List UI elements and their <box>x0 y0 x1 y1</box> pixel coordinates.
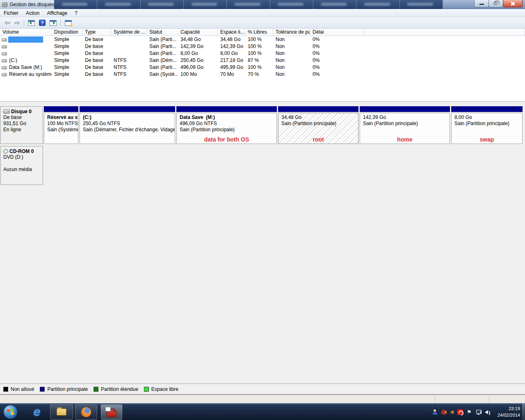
background-browser-tab <box>356 0 399 9</box>
restore-button[interactable] <box>488 0 503 7</box>
cell-capacite: 100 Mo <box>178 71 218 78</box>
col-header-disposition[interactable]: Disposition <box>52 29 82 36</box>
cd-icon <box>3 149 8 154</box>
legend-swatch-unallocated <box>3 387 8 392</box>
table-row[interactable]: Réservé au système Simple De base NTFS S… <box>0 71 525 78</box>
tray-antivirus-icon[interactable] <box>457 409 463 415</box>
cell-capacite: 496,09 Go <box>178 64 218 71</box>
partition-data-save[interactable]: Data Save (M:) 496,09 Go NTFS Sain (Part… <box>176 106 277 144</box>
cell-capacite: 142,39 Go <box>178 43 218 50</box>
internet-explorer-icon[interactable]: e <box>30 404 44 419</box>
tray-user-agent-icon[interactable] <box>432 409 438 415</box>
col-header-capacite[interactable]: Capacité <box>178 29 218 36</box>
menu-bar: Fichier Action Affichage ? <box>0 9 525 17</box>
menu-help[interactable]: ? <box>71 9 81 17</box>
cell-tolerance: Non <box>273 64 310 71</box>
background-browser-tab <box>313 0 356 9</box>
firefox-icon <box>81 407 91 417</box>
col-header-type[interactable]: Type <box>82 29 111 36</box>
background-browser-tab <box>400 0 443 9</box>
cell-disposition: Simple <box>52 57 82 64</box>
menu-fichier[interactable]: Fichier <box>0 9 22 17</box>
cell-filesystem <box>111 50 147 57</box>
volume-speaker-icon[interactable] <box>485 410 488 414</box>
cell-tolerance: Non <box>273 43 310 50</box>
cell-pct-libres: 70 % <box>245 71 273 78</box>
background-window-statusbar <box>0 395 525 403</box>
table-row[interactable]: Data Save (M:) Simple De base NTFS Sain … <box>0 64 525 71</box>
background-browser-tabs <box>54 0 443 9</box>
table-row[interactable]: Simple De base Sain (Parti... 142,39 Go … <box>0 43 525 50</box>
cell-filesystem: NTFS <box>111 57 147 64</box>
taskbar-button-firefox[interactable] <box>75 404 97 420</box>
taskbar-button-explorer[interactable] <box>50 404 73 420</box>
menu-action[interactable]: Action <box>22 9 43 17</box>
cell-tolerance: Non <box>273 71 310 78</box>
col-header-pct-libres[interactable]: % Libres <box>245 29 273 36</box>
help-button[interactable]: ? <box>39 20 46 26</box>
cell-capacite: 34,48 Go <box>178 36 218 43</box>
partition-home[interactable]: 142,39 Go Sain (Partition principale) ho… <box>360 106 450 144</box>
show-console-tree-button[interactable] <box>28 20 35 26</box>
col-header-delai[interactable]: Délai <box>310 29 364 36</box>
cell-type: De base <box>82 43 111 50</box>
cell-espace-libre: 34,48 Go <box>218 36 245 43</box>
cell-disposition: Simple <box>52 50 82 57</box>
taskbar-clock[interactable]: 23:19 24/02/2014 <box>498 405 520 418</box>
desktop: Gestion des disques Fichier Action Affic… <box>0 0 525 420</box>
taskbar-button-disk-management[interactable] <box>101 404 122 420</box>
close-button[interactable] <box>503 0 523 7</box>
disk0-header-panel[interactable]: Disque 0 De base 931,51 Go En ligne <box>0 106 43 144</box>
cell-pct-libres: 100 % <box>245 43 273 50</box>
show-desktop-button[interactable] <box>521 404 525 420</box>
partition-status: Sain (Système <box>47 127 78 133</box>
show-action-pane-button[interactable] <box>50 20 57 26</box>
col-header-statut[interactable]: Statut <box>147 29 178 36</box>
toolbox-icon <box>107 411 116 417</box>
partition-swap[interactable]: 8,00 Go Sain (Partition principale) swap <box>451 106 523 144</box>
partition-name: (C:) <box>83 114 175 121</box>
table-row[interactable]: (C:) Simple De base NTFS Sain (Dém... 25… <box>0 57 525 64</box>
table-row[interactable]: Simple De base Sain (Parti... 8,00 Go 8,… <box>0 50 525 57</box>
legend-label: Partition principale <box>47 386 88 392</box>
partition-root-selected[interactable]: 34,48 Go Sain (Partition principale) roo… <box>278 106 358 144</box>
menu-affichage[interactable]: Affichage <box>43 9 71 17</box>
cell-espace-libre: 70 Mo <box>218 71 245 78</box>
col-header-filesystem[interactable]: Système de ... <box>111 29 147 36</box>
start-button[interactable] <box>3 405 18 419</box>
folder-icon <box>57 409 66 415</box>
action-center-flag-icon[interactable]: ⚑ <box>467 409 472 415</box>
col-header-espace-libre[interactable]: Espace li... <box>218 29 245 36</box>
col-header-volume[interactable]: Volume <box>0 29 52 36</box>
table-header: Volume Disposition Type Système de ... S… <box>0 29 525 36</box>
toolbar-separator <box>24 19 24 26</box>
console-tree-icon <box>29 21 32 25</box>
partition-color-bar <box>360 106 450 112</box>
window-title-area: Gestion des disques <box>0 0 54 9</box>
col-header-tolerance[interactable]: Tolérance de pann... <box>273 29 310 36</box>
volume-icon <box>2 59 7 62</box>
partition-system-reserved[interactable]: Réservé au s 100 Mo NTFS Sain (Système <box>44 106 78 144</box>
forward-button[interactable]: ⇨ <box>12 19 22 27</box>
minimize-button[interactable] <box>474 0 489 7</box>
partition-size: 100 Mo NTFS <box>47 121 78 127</box>
cell-type: De base <box>82 64 111 71</box>
col-header-blank <box>364 29 525 36</box>
cell-espace-libre: 495,99 Go <box>218 64 245 71</box>
action-menu-button[interactable] <box>65 20 72 26</box>
action-pane-icon <box>53 21 55 25</box>
partition-c[interactable]: (C:) 250,45 Go NTFS Sain (Démarrer, Fich… <box>80 106 175 144</box>
volume-icon <box>2 73 7 76</box>
cell-pct-libres: 100 % <box>245 36 273 43</box>
system-tray: ⚑ <box>432 404 488 420</box>
partition-color-bar <box>176 106 277 112</box>
taskbar: e ⚑ 23:19 24/02/2014 <box>0 403 525 420</box>
cdrom-header-panel[interactable]: CD-ROM 0 DVD (D:) Aucun média <box>0 146 43 185</box>
back-button[interactable]: ⇦ <box>2 19 12 27</box>
disk0-size: 931,51 Go <box>3 121 41 127</box>
cell-type: De base <box>82 36 111 43</box>
cell-statut: Sain (Parti... <box>147 43 178 50</box>
table-row[interactable]: Simple De base Sain (Parti... 34,48 Go 3… <box>0 36 525 43</box>
disk0-status: En ligne <box>3 127 41 133</box>
tray-audio-manager-icon[interactable] <box>450 410 454 414</box>
